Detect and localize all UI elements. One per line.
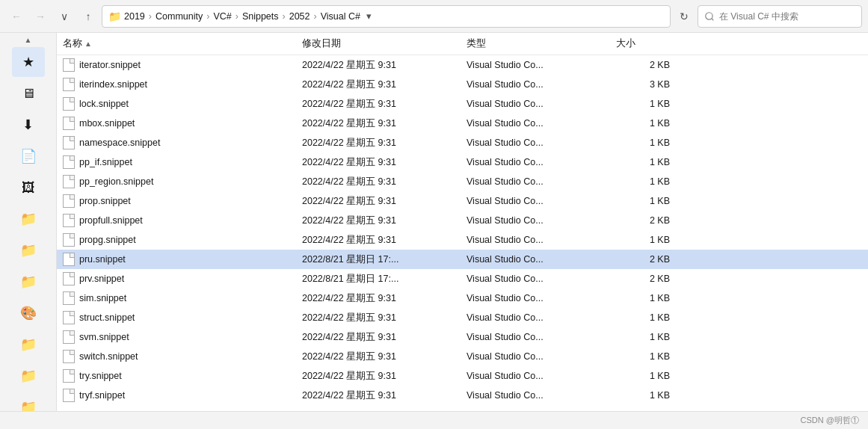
file-icon: [63, 330, 75, 344]
sidebar-item-docs[interactable]: 📄: [12, 141, 45, 171]
up-button[interactable]: ↑: [78, 6, 99, 27]
table-row[interactable]: svm.snippet 2022/4/22 星期五 9:31 Visual St…: [57, 327, 868, 347]
forward-icon: →: [35, 10, 46, 22]
sidebar-scroll-up[interactable]: ▲: [13, 36, 43, 44]
file-type: Visual Studio Co...: [467, 332, 616, 342]
file-name: iterator.snippet: [79, 60, 141, 70]
table-row[interactable]: prv.snippet 2022/8/21 星期日 17:... Visual …: [57, 269, 868, 288]
search-input[interactable]: [719, 11, 855, 22]
sidebar-item-folder1[interactable]: 📁: [12, 204, 45, 234]
forward-button[interactable]: →: [30, 6, 51, 27]
table-row[interactable]: mbox.snippet 2022/4/22 星期五 9:31 Visual S…: [57, 114, 868, 133]
file-type: Visual Studio Co...: [467, 60, 616, 70]
file-date: 2022/4/22 星期五 9:31: [302, 351, 467, 363]
refresh-icon: ↻: [680, 10, 689, 22]
file-date: 2022/4/22 星期五 9:31: [302, 234, 467, 247]
breadcrumb-snippets[interactable]: Snippets: [242, 11, 279, 22]
breadcrumb-community[interactable]: Community: [156, 11, 203, 22]
table-row[interactable]: pru.snippet 2022/8/21 星期日 17:... Visual …: [57, 250, 868, 269]
breadcrumb-sep-3: ›: [236, 11, 238, 22]
file-date: 2022/8/21 星期日 17:...: [302, 273, 467, 286]
file-name: mbox.snippet: [79, 118, 135, 129]
file-date: 2022/4/22 星期五 9:31: [302, 98, 467, 111]
file-size: 2 KB: [616, 215, 676, 226]
file-icon: [63, 350, 75, 363]
breadcrumb-2052[interactable]: 2052: [289, 11, 310, 22]
sidebar-item-download[interactable]: ⬇: [12, 110, 45, 140]
file-date: 2022/4/22 星期五 9:31: [302, 137, 467, 149]
file-date: 2022/4/22 星期五 9:31: [302, 156, 467, 169]
folder3-icon: 📁: [20, 274, 37, 290]
table-row[interactable]: iterindex.snippet 2022/4/22 星期五 9:31 Vis…: [57, 75, 868, 94]
up-icon: ↑: [86, 10, 91, 22]
sidebar-item-pictures[interactable]: 🖼: [12, 173, 45, 203]
address-bar[interactable]: 📁 2019 › Community › VC# › Snippets › 20…: [102, 5, 671, 28]
sidebar-item-quick[interactable]: ★: [12, 47, 45, 77]
file-size: 2 KB: [616, 60, 676, 70]
file-name-cell: try.snippet: [63, 369, 302, 383]
breadcrumb-visualcsharp[interactable]: Visual C#: [321, 11, 360, 22]
table-row[interactable]: tryf.snippet 2022/4/22 星期五 9:31 Visual S…: [57, 386, 868, 405]
folder5-icon: 📁: [20, 368, 37, 384]
table-row[interactable]: struct.snippet 2022/4/22 星期五 9:31 Visual…: [57, 308, 868, 327]
table-row[interactable]: namespace.snippet 2022/4/22 星期五 9:31 Vis…: [57, 133, 868, 152]
file-name-cell: namespace.snippet: [63, 136, 302, 149]
table-row[interactable]: propfull.snippet 2022/4/22 星期五 9:31 Visu…: [57, 211, 868, 230]
refresh-button[interactable]: ↻: [674, 6, 695, 27]
sidebar-item-folder5[interactable]: 📁: [12, 361, 45, 391]
file-name-cell: prv.snippet: [63, 272, 302, 286]
dropdown-button[interactable]: ∨: [54, 6, 75, 27]
sidebar-item-folder4[interactable]: 📁: [12, 330, 45, 359]
breadcrumb-vc[interactable]: VC#: [213, 11, 231, 22]
file-size: 1 KB: [616, 371, 676, 381]
file-size: 2 KB: [616, 254, 676, 265]
file-name-cell: lock.snippet: [63, 97, 302, 111]
col-type-header[interactable]: 类型: [467, 37, 616, 50]
table-row[interactable]: pp_region.snippet 2022/4/22 星期五 9:31 Vis…: [57, 172, 868, 191]
file-size: 1 KB: [616, 196, 676, 206]
back-button[interactable]: ←: [6, 6, 27, 27]
sidebar-item-desktop[interactable]: 🖥: [12, 78, 45, 108]
download-icon: ⬇: [22, 117, 34, 133]
file-date: 2022/4/22 星期五 9:31: [302, 59, 467, 72]
file-icon: [63, 214, 75, 227]
file-name-cell: switch.snippet: [63, 350, 302, 363]
table-row[interactable]: sim.snippet 2022/4/22 星期五 9:31 Visual St…: [57, 288, 868, 308]
table-row[interactable]: propg.snippet 2022/4/22 星期五 9:31 Visual …: [57, 230, 868, 250]
file-name: prop.snippet: [79, 196, 131, 206]
file-name-cell: pru.snippet: [63, 253, 302, 266]
col-date-header[interactable]: 修改日期: [302, 37, 467, 50]
star-icon: ★: [22, 54, 34, 70]
table-row[interactable]: lock.snippet 2022/4/22 星期五 9:31 Visual S…: [57, 94, 868, 114]
file-name-cell: propfull.snippet: [63, 214, 302, 227]
table-row[interactable]: try.snippet 2022/4/22 星期五 9:31 Visual St…: [57, 366, 868, 386]
sidebar-item-folder6[interactable]: 📁: [12, 392, 45, 411]
file-size: 1 KB: [616, 118, 676, 129]
file-size: 1 KB: [616, 351, 676, 362]
table-row[interactable]: iterator.snippet 2022/4/22 星期五 9:31 Visu…: [57, 55, 868, 75]
file-type: Visual Studio Co...: [467, 351, 616, 362]
file-icon: [63, 291, 75, 305]
file-type: Visual Studio Co...: [467, 312, 616, 323]
file-name: pru.snippet: [79, 254, 126, 265]
file-date: 2022/4/22 星期五 9:31: [302, 195, 467, 208]
col-size-header[interactable]: 大小: [616, 37, 676, 50]
file-type: Visual Studio Co...: [467, 196, 616, 206]
col-name-header[interactable]: 名称 ▲: [63, 37, 302, 50]
table-row[interactable]: switch.snippet 2022/4/22 星期五 9:31 Visual…: [57, 347, 868, 366]
sidebar-item-color[interactable]: 🎨: [12, 298, 45, 328]
table-row[interactable]: pp_if.snippet 2022/4/22 星期五 9:31 Visual …: [57, 152, 868, 172]
file-type: Visual Studio Co...: [467, 390, 616, 401]
desktop-icon: 🖥: [22, 86, 35, 102]
breadcrumb-2019[interactable]: 2019: [124, 11, 145, 22]
file-name: namespace.snippet: [79, 138, 160, 148]
address-chevron-down[interactable]: ▾: [363, 10, 375, 22]
file-name-cell: pp_region.snippet: [63, 175, 302, 188]
file-type: Visual Studio Co...: [467, 293, 616, 303]
back-icon: ←: [11, 10, 22, 22]
sidebar-item-folder2[interactable]: 📁: [12, 235, 45, 265]
sidebar-item-folder3[interactable]: 📁: [12, 267, 45, 297]
table-row[interactable]: prop.snippet 2022/4/22 星期五 9:31 Visual S…: [57, 191, 868, 211]
file-icon: [63, 175, 75, 188]
file-size: 1 KB: [616, 157, 676, 167]
